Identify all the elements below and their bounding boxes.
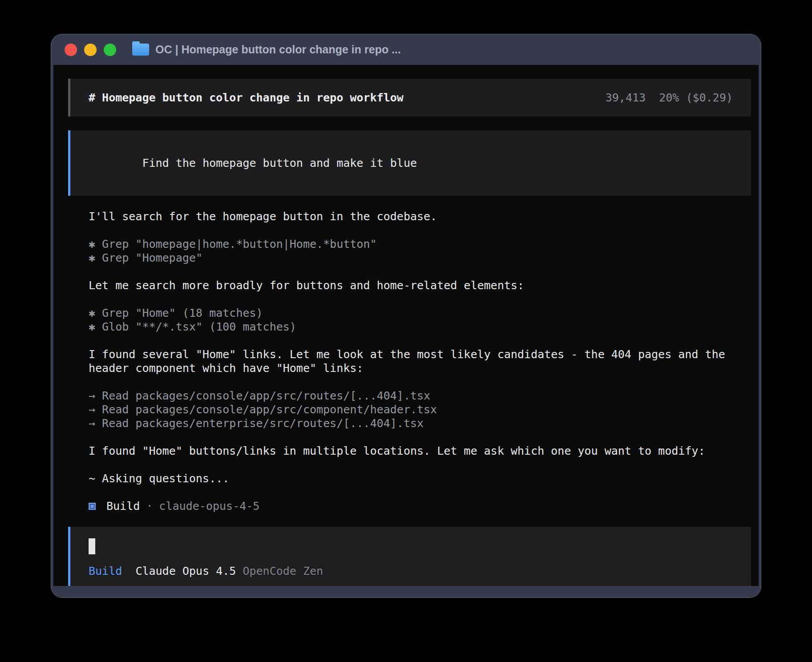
assistant-paragraph: I found "Home" buttons/links in multiple… bbox=[89, 444, 751, 458]
tool-call-line: ✱ Grep "homepage|home.*button|Home.*butt… bbox=[89, 237, 751, 251]
session-title: # Homepage button color change in repo w… bbox=[89, 91, 403, 105]
assistant-text-line: Let me search more broadly for buttons a… bbox=[89, 279, 751, 292]
assistant-text-line: I found several "Home" links. Let me loo… bbox=[89, 347, 751, 361]
titlebar: OC | Homepage button color change in rep… bbox=[51, 34, 761, 65]
provider-label: OpenCode Zen bbox=[243, 565, 323, 577]
agent-model-id: claude-opus-4-5 bbox=[159, 499, 260, 513]
session-header: # Homepage button color change in repo w… bbox=[68, 79, 751, 117]
window-title: OC | Homepage button color change in rep… bbox=[155, 43, 401, 56]
agent-build-icon bbox=[89, 503, 96, 510]
assistant-text-line: I found "Home" buttons/links in multiple… bbox=[89, 444, 751, 458]
traffic-lights bbox=[65, 44, 116, 56]
agent-status: Build · claude-opus-4-5 bbox=[89, 499, 751, 513]
assistant-paragraph: ~ Asking questions... bbox=[89, 472, 751, 485]
composer-meta: Build Claude Opus 4.5 OpenCode Zen bbox=[89, 564, 733, 578]
tool-call-line: → Read packages/enterprise/src/routes/[.… bbox=[89, 416, 751, 430]
tool-call-line: ✱ Grep "Home" (18 matches) bbox=[89, 306, 751, 320]
tool-call-group: ✱ Grep "Home" (18 matches)✱ Glob "**/*.t… bbox=[89, 306, 751, 334]
terminal-content: # Homepage button color change in repo w… bbox=[53, 65, 759, 586]
mode-label[interactable]: Build bbox=[89, 565, 122, 577]
tool-call-line: → Read packages/console/app/src/routes/[… bbox=[89, 389, 751, 403]
token-count: 39,413 bbox=[605, 91, 646, 104]
close-button[interactable] bbox=[65, 44, 77, 56]
agent-separator: · bbox=[146, 499, 153, 513]
terminal-window: OC | Homepage button color change in rep… bbox=[51, 34, 761, 598]
context-usage: 20% ($0.29) bbox=[659, 91, 733, 104]
text-cursor bbox=[89, 538, 95, 554]
zoom-button[interactable] bbox=[104, 44, 116, 56]
prompt-input[interactable]: Build Claude Opus 4.5 OpenCode Zen bbox=[68, 527, 751, 586]
folder-icon bbox=[132, 44, 149, 56]
user-message-text: Find the homepage button and make it blu… bbox=[142, 157, 417, 170]
tool-call-line: ✱ Grep "Homepage" bbox=[89, 251, 751, 265]
agent-name: Build bbox=[106, 499, 140, 513]
session-stats: 39,413 20% ($0.29) bbox=[605, 91, 733, 105]
assistant-paragraph: I found several "Home" links. Let me loo… bbox=[89, 347, 751, 375]
tool-call-line: → Read packages/console/app/src/componen… bbox=[89, 403, 751, 416]
minimize-button[interactable] bbox=[84, 44, 97, 56]
assistant-paragraph: I'll search for the homepage button in t… bbox=[89, 210, 751, 223]
user-message: Find the homepage button and make it blu… bbox=[68, 130, 751, 196]
assistant-text-line: I'll search for the homepage button in t… bbox=[89, 210, 751, 223]
tool-call-group: ✱ Grep "homepage|home.*button|Home.*butt… bbox=[89, 237, 751, 265]
tool-call-group: → Read packages/console/app/src/routes/[… bbox=[89, 389, 751, 430]
assistant-text-line: header component which have "Home" links… bbox=[89, 361, 751, 375]
tool-call-line: ✱ Glob "**/*.tsx" (100 matches) bbox=[89, 320, 751, 334]
transcript: I'll search for the homepage button in t… bbox=[89, 210, 751, 485]
assistant-text-line: ~ Asking questions... bbox=[89, 472, 751, 485]
model-label[interactable]: Claude Opus 4.5 bbox=[135, 565, 236, 577]
assistant-paragraph: Let me search more broadly for buttons a… bbox=[89, 279, 751, 292]
desktop: OC | Homepage button color change in rep… bbox=[0, 0, 812, 662]
